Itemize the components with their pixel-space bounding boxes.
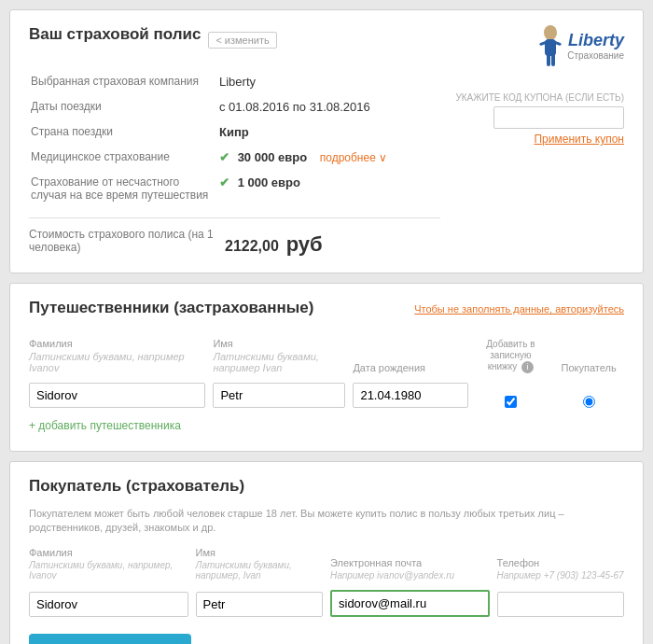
buyer-card: Покупатель (страхователь) Покупателем мо… (9, 461, 644, 644)
medical-value: ✔ 30 000 евро подробнее ∨ (219, 146, 438, 169)
dates-value: с 01.08.2016 по 31.08.2016 (219, 95, 438, 119)
traveler-row (29, 383, 624, 408)
policy-card: Ваш страховой полис < изменить Выбранная… (9, 9, 644, 273)
buyer-email-input[interactable] (330, 590, 490, 617)
buyer-col-firstname-hint: Латинскими буквами, например, Ivan (196, 560, 323, 581)
country-row: Страна поездки Кипр (31, 120, 438, 144)
medical-label: Медицинское страхование (31, 146, 217, 169)
accident-label: Страхование от несчастного случая на все… (31, 171, 217, 206)
buyer-col-lastname-hint: Латинскими буквами, например, Ivanov (29, 560, 188, 581)
liberty-figure-icon (537, 25, 563, 66)
price-label: Стоимость страхового полиса (на 1 челове… (29, 228, 215, 254)
col-buyer-label: Покупатель (562, 362, 617, 373)
svg-rect-3 (551, 53, 555, 66)
notebook-info-icon: i (521, 361, 534, 373)
medical-row: Медицинское страхование ✔ 30 000 евро по… (31, 146, 438, 169)
page-title: Ваш страховой полис (29, 25, 201, 44)
liberty-logo: Liberty Страхование (537, 25, 624, 66)
medical-more-link[interactable]: подробнее ∨ (320, 151, 387, 164)
traveler-notebook-checkbox[interactable] (505, 396, 517, 408)
col-lastname-label: Фамилия (29, 338, 205, 349)
company-value: Liberty (219, 70, 438, 93)
buyer-title: Покупатель (страхователь) (29, 477, 624, 496)
buyer-firstname-input[interactable] (196, 592, 323, 617)
traveler-firstname-input[interactable] (213, 383, 345, 408)
add-traveler-button[interactable]: добавить путешественника (29, 415, 181, 436)
country-value: Кипр (219, 120, 438, 144)
travelers-header: Путешественники (застрахованные) Чтобы н… (29, 299, 624, 329)
liberty-logo-text: Liberty (567, 31, 624, 50)
travelers-title: Путешественники (застрахованные) (29, 299, 313, 317)
price-row: Стоимость страхового полиса (на 1 челове… (29, 228, 440, 258)
submit-button[interactable]: Далее (оплата) (29, 634, 191, 644)
traveler-buyer-radio-cell (553, 392, 624, 408)
col-firstname-hint: Латинскими буквами, например Ivan (213, 351, 345, 373)
country-label: Страна поездки (31, 120, 217, 144)
svg-rect-1 (545, 39, 556, 56)
accident-check-icon: ✔ (219, 175, 229, 189)
buyer-col-email-hint: Например ivanov@yandex.ru (330, 570, 490, 581)
company-label: Выбранная страховая компания (31, 70, 217, 93)
buyer-col-email-label: Электронная почта (330, 557, 490, 568)
dates-label: Даты поездки (31, 95, 217, 119)
svg-rect-2 (547, 53, 550, 66)
coupon-input[interactable] (493, 106, 624, 129)
buyer-col-lastname-label: Фамилия (29, 547, 188, 558)
dates-row: Даты поездки с 01.08.2016 по 31.08.2016 (31, 95, 438, 119)
price-value: 2122,00 руб (225, 228, 323, 257)
buyer-input-row (29, 590, 624, 617)
traveler-buyer-radio[interactable] (583, 396, 595, 408)
company-row: Выбранная страховая компания Liberty (31, 70, 438, 93)
coupon-label: УКАЖИТЕ КОД КУПОНА (ЕСЛИ ЕСТЬ) (455, 92, 624, 103)
buyer-lastname-input[interactable] (29, 592, 188, 617)
autofill-link[interactable]: Чтобы не заполнять данные, авторизуйтесь (414, 303, 624, 315)
traveler-lastname-input[interactable] (29, 383, 205, 408)
coupon-apply-link[interactable]: Применить купон (455, 133, 624, 146)
coupon-block: УКАЖИТЕ КОД КУПОНА (ЕСЛИ ЕСТЬ) Применить… (455, 92, 624, 146)
svg-point-0 (544, 25, 557, 40)
buyer-col-phone-hint: Например +7 (903) 123-45-67 (497, 570, 624, 581)
col-lastname-hint: Латинскими буквами, например Ivanov (29, 351, 205, 373)
traveler-notebook-checkbox-cell (476, 392, 547, 408)
buyer-phone-input[interactable] (497, 592, 624, 617)
col-firstname-label: Имя (213, 338, 345, 349)
col-notebook-label: Добавить в записную книжку i (476, 339, 547, 373)
edit-button[interactable]: < изменить (208, 32, 276, 49)
traveler-dob-input[interactable] (353, 383, 467, 408)
col-dob-label: Дата рождения (353, 362, 467, 373)
accident-row: Страхование от несчастного случая на все… (31, 171, 438, 206)
buyer-col-headers: Фамилия Латинскими буквами, например, Iv… (29, 547, 624, 582)
accident-value: ✔ 1 000 евро (219, 171, 438, 206)
buyer-description: Покупателем может быть любой человек ста… (29, 507, 624, 536)
travelers-card: Путешественники (застрахованные) Чтобы н… (9, 283, 644, 452)
travelers-col-headers: Фамилия Латинскими буквами, например Iva… (29, 338, 624, 375)
liberty-logo-sub: Страхование (567, 50, 624, 61)
buyer-col-phone-label: Телефон (497, 557, 624, 568)
policy-info-table: Выбранная страховая компания Liberty Дат… (29, 68, 440, 208)
buyer-col-firstname-label: Имя (196, 547, 323, 558)
medical-check-icon: ✔ (219, 150, 229, 164)
